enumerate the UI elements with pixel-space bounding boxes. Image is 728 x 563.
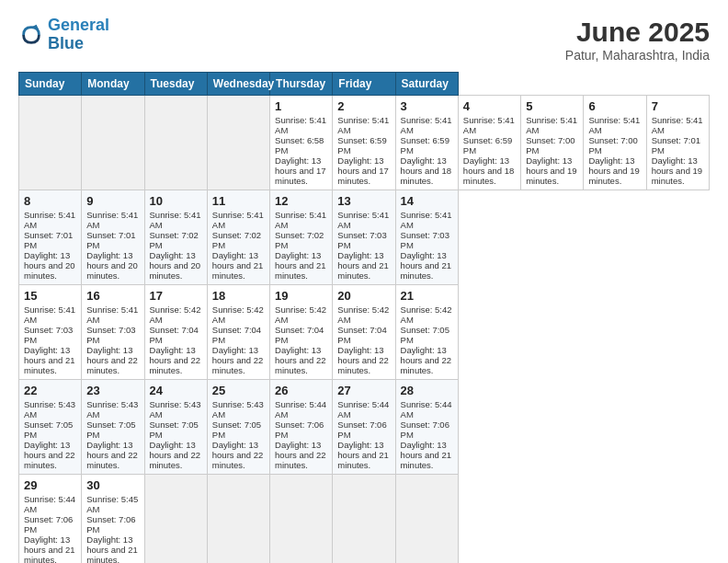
day-number: 19: [275, 289, 327, 303]
calendar-cell: [144, 475, 207, 564]
daylight-label: Daylight: 13 hours and 21 minutes.: [337, 440, 388, 470]
day-number: 21: [401, 289, 453, 303]
daylight-label: Daylight: 13 hours and 22 minutes.: [150, 345, 200, 375]
page: General Blue June 2025 Patur, Maharashtr…: [0, 0, 728, 563]
header-cell-saturday: Saturday: [395, 73, 458, 96]
logo-icon: [18, 22, 44, 48]
title-block: June 2025 Patur, Maharashtra, India: [565, 17, 710, 63]
day-number: 18: [212, 289, 265, 303]
calendar-cell: 24 Sunrise: 5:43 AM Sunset: 7:05 PM Dayl…: [144, 380, 207, 475]
sunset-label: Sunset: 7:04 PM: [337, 325, 386, 345]
sunset-label: Sunset: 7:01 PM: [652, 135, 700, 155]
sunrise-label: Sunrise: 5:41 AM: [588, 115, 640, 135]
calendar-cell: 11 Sunrise: 5:41 AM Sunset: 7:02 PM Dayl…: [207, 190, 269, 285]
calendar-cell: 28 Sunrise: 5:44 AM Sunset: 7:06 PM Dayl…: [395, 380, 458, 475]
day-number: 14: [401, 194, 453, 208]
calendar-cell: 3 Sunrise: 5:41 AM Sunset: 6:59 PM Dayli…: [395, 96, 458, 190]
sunset-label: Sunset: 7:04 PM: [275, 325, 324, 345]
daylight-label: Daylight: 13 hours and 22 minutes.: [401, 345, 451, 375]
sunrise-label: Sunrise: 5:41 AM: [24, 304, 75, 325]
daylight-label: Daylight: 13 hours and 20 minutes.: [86, 250, 137, 281]
sunrise-label: Sunrise: 5:41 AM: [150, 210, 201, 230]
sunrise-label: Sunrise: 5:44 AM: [24, 494, 75, 514]
sunrise-label: Sunrise: 5:43 AM: [212, 399, 264, 419]
calendar-cell: 6 Sunrise: 5:41 AM Sunset: 7:00 PM Dayli…: [584, 96, 646, 190]
header: General Blue June 2025 Patur, Maharashtr…: [18, 17, 710, 63]
day-number: 23: [86, 384, 139, 397]
day-number: 20: [337, 289, 390, 303]
daylight-label: Daylight: 13 hours and 18 minutes.: [401, 155, 451, 186]
sunrise-label: Sunrise: 5:44 AM: [337, 399, 389, 419]
calendar-week-2: 15 Sunrise: 5:41 AM Sunset: 7:03 PM Dayl…: [19, 285, 710, 380]
day-number: 17: [150, 289, 202, 303]
sunrise-label: Sunrise: 5:45 AM: [86, 494, 138, 514]
sunset-label: Sunset: 7:06 PM: [275, 419, 324, 440]
sunrise-label: Sunrise: 5:41 AM: [463, 115, 515, 135]
daylight-label: Daylight: 13 hours and 17 minutes.: [337, 155, 388, 186]
daylight-label: Daylight: 13 hours and 22 minutes.: [275, 345, 325, 375]
daylight-label: Daylight: 13 hours and 22 minutes.: [212, 440, 263, 470]
sunset-label: Sunset: 6:59 PM: [401, 135, 449, 155]
calendar-cell: 7 Sunrise: 5:41 AM Sunset: 7:01 PM Dayli…: [646, 96, 709, 190]
sunset-label: Sunset: 7:00 PM: [526, 135, 574, 155]
calendar-cell: 2 Sunrise: 5:41 AM Sunset: 6:59 PM Dayli…: [333, 96, 395, 190]
day-number: 11: [212, 194, 265, 208]
daylight-label: Daylight: 13 hours and 21 minutes.: [275, 250, 325, 281]
calendar-body: 1 Sunrise: 5:41 AM Sunset: 6:58 PM Dayli…: [19, 96, 710, 564]
day-number: 16: [86, 289, 139, 303]
calendar-cell: 12 Sunrise: 5:41 AM Sunset: 7:02 PM Dayl…: [270, 190, 333, 285]
daylight-label: Daylight: 13 hours and 20 minutes.: [24, 250, 74, 281]
calendar-cell: 29 Sunrise: 5:44 AM Sunset: 7:06 PM Dayl…: [19, 475, 82, 564]
sunrise-label: Sunrise: 5:41 AM: [275, 115, 326, 135]
sunset-label: Sunset: 7:03 PM: [401, 230, 449, 250]
calendar-cell: [207, 475, 269, 564]
calendar-cell: 1 Sunrise: 5:41 AM Sunset: 6:58 PM Dayli…: [270, 96, 333, 190]
sunrise-label: Sunrise: 5:43 AM: [24, 399, 75, 419]
sunset-label: Sunset: 6:59 PM: [463, 135, 512, 155]
daylight-label: Daylight: 13 hours and 21 minutes.: [401, 440, 451, 470]
header-cell-tuesday: Tuesday: [144, 73, 207, 96]
sunset-label: Sunset: 7:04 PM: [212, 325, 261, 345]
sunset-label: Sunset: 7:06 PM: [337, 419, 386, 440]
header-cell-thursday: Thursday: [270, 73, 333, 96]
calendar-cell: 20 Sunrise: 5:42 AM Sunset: 7:04 PM Dayl…: [333, 285, 395, 380]
sunrise-label: Sunrise: 5:42 AM: [337, 304, 389, 325]
daylight-label: Daylight: 13 hours and 19 minutes.: [526, 155, 576, 186]
sunset-label: Sunset: 7:05 PM: [86, 419, 135, 440]
sunset-label: Sunset: 7:06 PM: [24, 514, 73, 534]
month-title: June 2025: [565, 17, 710, 48]
sunset-label: Sunset: 7:05 PM: [212, 419, 261, 440]
sunset-label: Sunset: 7:00 PM: [588, 135, 637, 155]
daylight-label: Daylight: 13 hours and 20 minutes.: [150, 250, 200, 281]
daylight-label: Daylight: 13 hours and 21 minutes.: [24, 534, 74, 563]
day-number: 25: [212, 384, 265, 397]
day-number: 12: [275, 194, 327, 208]
day-number: 30: [86, 478, 139, 492]
sunrise-label: Sunrise: 5:42 AM: [150, 304, 201, 325]
calendar-cell: 4 Sunrise: 5:41 AM Sunset: 6:59 PM Dayli…: [458, 96, 520, 190]
daylight-label: Daylight: 13 hours and 21 minutes.: [337, 250, 388, 281]
sunrise-label: Sunrise: 5:41 AM: [526, 115, 577, 135]
day-number: 24: [150, 384, 202, 397]
daylight-label: Daylight: 13 hours and 22 minutes.: [86, 345, 137, 375]
calendar-cell: 27 Sunrise: 5:44 AM Sunset: 7:06 PM Dayl…: [333, 380, 395, 475]
sunrise-label: Sunrise: 5:41 AM: [24, 210, 75, 230]
sunset-label: Sunset: 7:01 PM: [86, 230, 135, 250]
sunset-label: Sunset: 7:03 PM: [86, 325, 135, 345]
calendar-cell: 18 Sunrise: 5:42 AM Sunset: 7:04 PM Dayl…: [207, 285, 269, 380]
calendar-cell: 22 Sunrise: 5:43 AM Sunset: 7:05 PM Dayl…: [19, 380, 82, 475]
daylight-label: Daylight: 13 hours and 19 minutes.: [652, 155, 702, 186]
calendar-cell: 14 Sunrise: 5:41 AM Sunset: 7:03 PM Dayl…: [395, 190, 458, 285]
sunrise-label: Sunrise: 5:41 AM: [212, 210, 264, 230]
header-cell-monday: Monday: [82, 73, 144, 96]
day-number: 9: [86, 194, 139, 208]
calendar-week-3: 22 Sunrise: 5:43 AM Sunset: 7:05 PM Dayl…: [19, 380, 710, 475]
sunset-label: Sunset: 7:03 PM: [337, 230, 386, 250]
day-number: 1: [275, 99, 327, 113]
calendar-cell: [270, 475, 333, 564]
daylight-label: Daylight: 13 hours and 21 minutes.: [401, 250, 451, 281]
day-number: 27: [337, 384, 390, 397]
calendar-header-row: SundayMondayTuesdayWednesdayThursdayFrid…: [19, 73, 710, 96]
daylight-label: Daylight: 13 hours and 22 minutes.: [24, 440, 74, 470]
sunrise-label: Sunrise: 5:42 AM: [401, 304, 452, 325]
